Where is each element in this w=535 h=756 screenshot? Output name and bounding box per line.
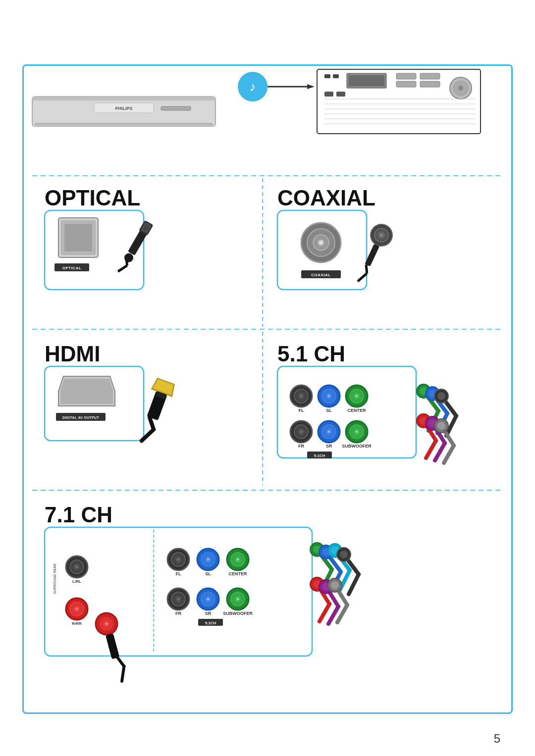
hdmi-cable	[134, 377, 176, 445]
svg-rect-28	[336, 92, 345, 97]
svg-point-120	[437, 422, 445, 430]
svg-text:SL: SL	[205, 571, 211, 576]
optical-label: OPTICAL	[45, 186, 140, 210]
svg-point-108	[437, 392, 445, 400]
svg-point-130	[76, 608, 78, 610]
svg-line-185	[349, 574, 359, 594]
svg-rect-14	[396, 73, 416, 79]
svg-text:R/RR: R/RR	[72, 621, 82, 626]
svg-text:L/RL: L/RL	[72, 579, 81, 584]
svg-point-163	[207, 598, 209, 600]
ch51-cables	[417, 384, 456, 463]
svg-point-93	[356, 431, 358, 433]
svg-line-54	[358, 271, 367, 284]
svg-rect-13	[349, 75, 384, 86]
svg-text:DIGITAL AV OUTPUT: DIGITAL AV OUTPUT	[62, 416, 99, 419]
svg-point-199	[331, 581, 339, 589]
svg-rect-10	[324, 74, 330, 78]
svg-point-158	[177, 598, 179, 600]
svg-line-110	[426, 441, 436, 458]
coaxial-label: COAXIAL	[277, 186, 375, 210]
svg-point-20	[458, 86, 463, 91]
svg-text:FL: FL	[176, 571, 181, 576]
svg-line-40	[118, 263, 127, 274]
svg-point-68	[300, 395, 302, 397]
svg-point-88	[328, 431, 330, 433]
svg-text:SR: SR	[326, 444, 332, 449]
svg-rect-17	[420, 81, 440, 87]
svg-point-45	[320, 242, 322, 244]
svg-line-118	[444, 446, 454, 463]
svg-point-125	[76, 566, 78, 568]
svg-line-114	[435, 443, 445, 460]
svg-text:SR: SR	[205, 611, 212, 616]
ch71-label: 7.1 CH	[45, 503, 112, 527]
svg-text:SURROUND REAR: SURROUND REAR	[53, 563, 56, 594]
svg-text:CENTER: CENTER	[347, 408, 366, 413]
svg-rect-11	[333, 74, 339, 78]
svg-text:5.1CH: 5.1CH	[314, 454, 325, 458]
svg-rect-4	[161, 106, 191, 110]
main-svg: PHILIPS ♪	[0, 0, 535, 756]
bluray-player-illustration: PHILIPS	[32, 97, 215, 126]
svg-point-78	[356, 395, 358, 397]
svg-line-189	[320, 604, 329, 621]
svg-rect-1	[32, 97, 215, 101]
svg-point-153	[237, 558, 239, 560]
svg-text:SL: SL	[326, 408, 332, 413]
hdmi-label: HDMI	[45, 342, 100, 366]
svg-point-168	[237, 598, 239, 600]
svg-text:FR: FR	[298, 444, 304, 449]
svg-marker-56	[60, 379, 113, 404]
optical-cable	[116, 220, 154, 275]
svg-point-83	[300, 431, 302, 433]
svg-point-148	[207, 558, 209, 560]
svg-rect-31	[64, 224, 92, 252]
svg-text:OPTICAL: OPTICAL	[62, 266, 82, 270]
svg-text:COAXIAL: COAXIAL	[311, 273, 331, 277]
audio-receiver-illustration	[317, 69, 481, 134]
svg-marker-8	[307, 84, 315, 89]
svg-rect-5	[35, 123, 213, 125]
svg-text:SUBWOOFER: SUBWOOFER	[223, 611, 253, 616]
svg-text:FR: FR	[175, 611, 181, 616]
svg-point-187	[340, 551, 348, 558]
svg-rect-16	[396, 81, 416, 87]
svg-line-138	[118, 666, 128, 681]
page: PHILIPS ♪	[0, 0, 535, 756]
ch71-rear-cable	[93, 610, 132, 684]
page-number: 5	[494, 732, 500, 745]
svg-text:CENTER: CENTER	[228, 571, 247, 576]
svg-text:SUBWOOFER: SUBWOOFER	[342, 444, 372, 449]
svg-text:PHILIPS: PHILIPS	[115, 106, 132, 111]
svg-text:♪: ♪	[250, 79, 256, 94]
svg-point-73	[328, 395, 330, 397]
svg-text:5.1CH: 5.1CH	[205, 621, 216, 625]
svg-text:FL: FL	[299, 408, 304, 413]
ch51-label: 5.1 CH	[277, 342, 345, 366]
ch71-cables	[310, 543, 359, 624]
svg-point-143	[177, 558, 179, 560]
svg-rect-27	[324, 92, 333, 97]
coaxial-cable	[350, 221, 396, 287]
svg-rect-15	[420, 73, 440, 79]
